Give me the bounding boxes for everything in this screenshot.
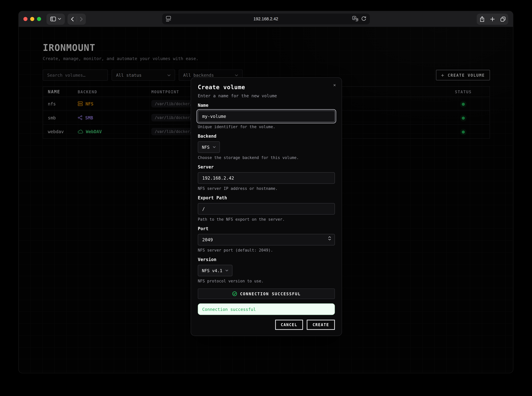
- server-label: Server: [198, 164, 335, 169]
- port-label: Port: [198, 226, 335, 231]
- connection-status-alert: Connection successful: [198, 303, 335, 315]
- address-bar[interactable]: 192.168.2.42 A ✱: [162, 13, 370, 24]
- svg-text:A: A: [353, 17, 355, 20]
- port-helper: NFS server port (default: 2049).: [198, 248, 335, 253]
- backend-label: Backend: [198, 134, 335, 139]
- dialog-title: Create volume: [198, 84, 335, 91]
- history-nav: [68, 13, 86, 24]
- website-settings-icon[interactable]: [166, 16, 171, 22]
- minimize-window-button[interactable]: [30, 17, 34, 21]
- window-controls: [24, 17, 41, 21]
- version-helper: NFS protocol version to use.: [198, 279, 335, 283]
- backend-select[interactable]: NFS: [198, 141, 220, 153]
- cancel-button[interactable]: CANCEL: [275, 320, 303, 330]
- tab-overview-icon[interactable]: [500, 17, 505, 22]
- chevron-down-icon: [328, 239, 331, 240]
- forward-button[interactable]: [77, 17, 86, 21]
- screen: 192.168.2.42 A ✱: [0, 0, 532, 396]
- close-icon[interactable]: ✕: [332, 82, 337, 88]
- server-input[interactable]: [198, 172, 335, 184]
- translate-icon[interactable]: A ✱: [352, 16, 358, 21]
- test-connection-label: CONNECTION SUCCESSFUL: [240, 291, 301, 296]
- create-volume-dialog: Create volume ✕ Enter a name for the new…: [191, 77, 342, 336]
- backend-helper: Choose the storage backend for this volu…: [198, 155, 335, 160]
- zoom-window-button[interactable]: [37, 17, 41, 21]
- version-select-value: NFS v4.1: [202, 268, 222, 273]
- export-path-helper: Path to the NFS export on the server.: [198, 217, 335, 222]
- sidebar-toggle-button[interactable]: [47, 13, 65, 24]
- create-button[interactable]: CREATE: [307, 320, 335, 330]
- new-tab-icon[interactable]: [490, 17, 495, 21]
- backend-select-value: NFS: [202, 145, 210, 150]
- name-input[interactable]: [198, 111, 335, 122]
- address-bar-actions: A ✱: [352, 16, 366, 21]
- version-select[interactable]: NFS v4.1: [198, 265, 233, 276]
- export-path-input[interactable]: [198, 203, 335, 215]
- chevron-down-icon: [213, 146, 216, 148]
- chevron-down-icon: [225, 269, 228, 272]
- toolbar-right-actions: [477, 13, 508, 24]
- chevron-up-icon: [328, 236, 331, 238]
- chevron-down-icon: [58, 18, 61, 20]
- svg-text:✱: ✱: [356, 18, 358, 21]
- page-content: IRONMOUNT Create, manage, monitor, and a…: [19, 27, 513, 373]
- url-text: 192.168.2.42: [253, 17, 278, 21]
- back-button[interactable]: [68, 17, 77, 21]
- name-label: Name: [198, 103, 335, 108]
- number-stepper[interactable]: [328, 236, 331, 240]
- dialog-footer: CANCEL CREATE: [198, 320, 335, 330]
- alert-text: Connection successful: [202, 307, 256, 312]
- test-connection-button[interactable]: CONNECTION SUCCESSFUL: [198, 288, 335, 299]
- check-circle-icon: [232, 291, 237, 296]
- dialog-subtitle: Enter a name for the new volume: [198, 93, 335, 98]
- server-helper: NFS server IP address or hostname.: [198, 186, 335, 191]
- export-path-label: Export Path: [198, 195, 335, 200]
- share-icon[interactable]: [480, 16, 484, 22]
- name-helper: Unique identifier for the volume.: [198, 124, 335, 129]
- sidebar-icon: [50, 17, 56, 21]
- reload-icon[interactable]: [361, 16, 366, 21]
- version-label: Version: [198, 257, 335, 262]
- browser-window: 192.168.2.42 A ✱: [19, 11, 513, 373]
- port-input[interactable]: [198, 234, 335, 245]
- close-window-button[interactable]: [24, 17, 27, 21]
- browser-toolbar: 192.168.2.42 A ✱: [19, 11, 513, 27]
